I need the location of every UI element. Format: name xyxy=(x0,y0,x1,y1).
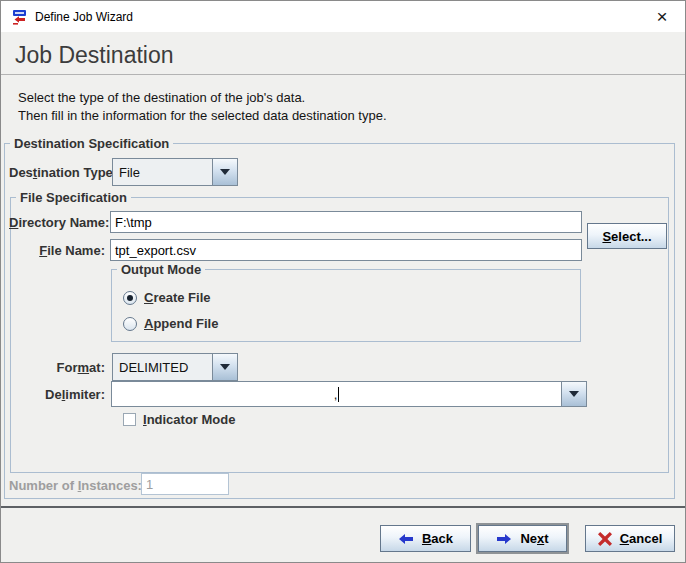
cancel-button-label: Cancel xyxy=(620,531,663,546)
delimiter-editor[interactable]: , xyxy=(112,382,561,406)
output-mode-title: Output Mode xyxy=(117,262,205,277)
format-value: DELIMITED xyxy=(113,354,212,380)
arrow-right-icon xyxy=(496,533,512,545)
output-mode-group: Output Mode xyxy=(111,269,581,342)
destination-type-value: File xyxy=(113,159,212,185)
arrow-left-icon xyxy=(398,533,414,545)
file-specification-title: File Specification xyxy=(16,190,131,205)
radio-button-icon[interactable] xyxy=(123,317,137,331)
indicator-mode-label: Indicator Mode xyxy=(143,412,235,427)
chevron-down-icon xyxy=(220,169,230,175)
delimiter-value: , xyxy=(334,387,338,402)
next-button[interactable]: Next xyxy=(478,525,567,552)
directory-name-value: F:\tmp xyxy=(115,215,152,230)
file-name-input[interactable]: tpt_export.csv xyxy=(110,239,582,261)
delimiter-combobox[interactable]: , xyxy=(111,381,587,407)
destination-type-dropdown-button[interactable] xyxy=(212,159,237,185)
select-button-label: Select... xyxy=(602,229,651,244)
directory-name-label: Directory Name: xyxy=(9,215,105,230)
radio-create-file[interactable]: Create File xyxy=(123,290,210,305)
app-icon xyxy=(10,8,28,26)
destination-type-combobox[interactable]: File xyxy=(112,158,238,186)
x-icon xyxy=(598,532,612,546)
titlebar[interactable]: Define Job Wizard × xyxy=(1,1,685,32)
next-button-label: Next xyxy=(520,531,548,546)
chevron-down-icon xyxy=(220,364,230,370)
back-button-label: Back xyxy=(422,531,453,546)
format-label: Format: xyxy=(9,360,105,375)
number-of-instances-label: Number of Instances: xyxy=(9,478,142,493)
close-icon: × xyxy=(656,7,667,26)
directory-name-input[interactable]: F:\tmp xyxy=(110,211,582,233)
format-dropdown-button[interactable] xyxy=(212,354,237,380)
description-line-2: Then fill in the information for the sel… xyxy=(18,108,387,123)
page-title: Job Destination xyxy=(15,42,174,69)
file-name-label: File Name: xyxy=(9,243,105,258)
delimiter-label: Delimiter: xyxy=(9,387,105,402)
destination-specification-title: Destination Specification xyxy=(10,136,173,151)
delimiter-dropdown-button[interactable] xyxy=(561,382,586,406)
radio-append-file[interactable]: Append File xyxy=(123,316,218,331)
radio-create-file-label: Create File xyxy=(144,290,210,305)
back-button[interactable]: Back xyxy=(380,525,471,552)
destination-type-label: Destination Type: xyxy=(9,165,117,180)
radio-append-file-label: Append File xyxy=(144,316,218,331)
number-of-instances-input: 1 xyxy=(141,473,229,495)
cancel-button[interactable]: Cancel xyxy=(585,525,675,552)
text-cursor xyxy=(338,387,339,402)
window-title: Define Job Wizard xyxy=(35,10,133,24)
file-name-value: tpt_export.csv xyxy=(115,243,196,258)
indicator-mode-checkbox-row: Indicator Mode xyxy=(123,412,235,427)
select-button[interactable]: Select... xyxy=(587,223,667,249)
chevron-down-icon xyxy=(569,391,579,397)
footer-divider xyxy=(1,506,685,508)
header-divider xyxy=(1,74,685,75)
checkbox-icon xyxy=(123,413,136,426)
radio-button-icon[interactable] xyxy=(123,291,137,305)
define-job-wizard-window: Define Job Wizard × Job Destination Sele… xyxy=(0,0,686,563)
close-button[interactable]: × xyxy=(639,1,685,32)
number-of-instances-value: 1 xyxy=(146,477,153,492)
format-combobox[interactable]: DELIMITED xyxy=(112,353,238,381)
description-line-1: Select the type of the destination of th… xyxy=(18,90,305,105)
